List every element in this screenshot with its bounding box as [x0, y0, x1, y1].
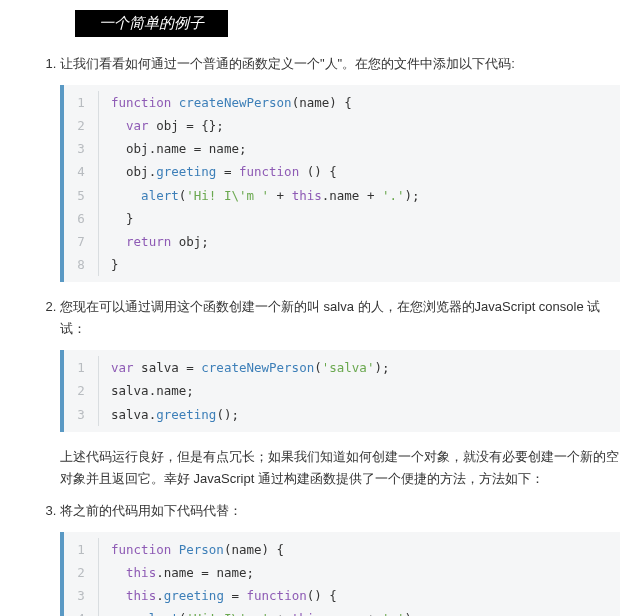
line-number: 3: [64, 137, 99, 160]
list-item: 将之前的代码用如下代码代替： 1function Person(name) { …: [60, 500, 620, 616]
line-number: 5: [64, 184, 99, 207]
code-line: var obj = {};: [99, 114, 224, 137]
code-block-3: 1function Person(name) { 2 this.name = n…: [60, 532, 620, 616]
code-line: obj.name = name;: [99, 137, 246, 160]
line-number: 1: [64, 538, 99, 561]
code-line: salva.name;: [99, 379, 194, 402]
code-block-1: 1function createNewPerson(name) { 2 var …: [60, 85, 620, 282]
line-number: 6: [64, 207, 99, 230]
line-number: 7: [64, 230, 99, 253]
code-line: alert('Hi! I\'m ' + this.name + '.');: [99, 607, 420, 616]
code-line: function createNewPerson(name) {: [99, 91, 352, 114]
section-header: 一个简单的例子: [75, 10, 228, 37]
line-number: 4: [64, 607, 99, 616]
instruction-list-cont: 将之前的代码用如下代码代替： 1function Person(name) { …: [20, 500, 620, 616]
code-line: alert('Hi! I\'m ' + this.name + '.');: [99, 184, 420, 207]
code-line: }: [99, 253, 119, 276]
code-line: salva.greeting();: [99, 403, 239, 426]
line-number: 3: [64, 584, 99, 607]
code-line: this.greeting = function() {: [99, 584, 337, 607]
line-number: 2: [64, 114, 99, 137]
code-line: }: [99, 207, 134, 230]
code-line: var salva = createNewPerson('salva');: [99, 356, 389, 379]
list-item: 您现在可以通过调用这个函数创建一个新的叫 salva 的人，在您浏览器的Java…: [60, 296, 620, 432]
list-item: 让我们看看如何通过一个普通的函数定义一个"人"。在您的文件中添加以下代码: 1f…: [60, 53, 620, 282]
code-line: this.name = name;: [99, 561, 254, 584]
code-line: function Person(name) {: [99, 538, 284, 561]
line-number: 4: [64, 160, 99, 183]
item-text: 将之前的代码用如下代码代替：: [60, 503, 242, 518]
code-line: return obj;: [99, 230, 209, 253]
paragraph: 上述代码运行良好，但是有点冗长；如果我们知道如何创建一个对象，就没有必要创建一个…: [60, 446, 620, 490]
line-number: 2: [64, 561, 99, 584]
instruction-list: 让我们看看如何通过一个普通的函数定义一个"人"。在您的文件中添加以下代码: 1f…: [20, 53, 620, 432]
code-line: obj.greeting = function () {: [99, 160, 337, 183]
line-number: 2: [64, 379, 99, 402]
line-number: 1: [64, 91, 99, 114]
code-block-2: 1var salva = createNewPerson('salva'); 2…: [60, 350, 620, 431]
item-text: 让我们看看如何通过一个普通的函数定义一个"人"。在您的文件中添加以下代码:: [60, 56, 515, 71]
line-number: 3: [64, 403, 99, 426]
line-number: 1: [64, 356, 99, 379]
item-text: 您现在可以通过调用这个函数创建一个新的叫 salva 的人，在您浏览器的Java…: [60, 299, 600, 336]
line-number: 8: [64, 253, 99, 276]
